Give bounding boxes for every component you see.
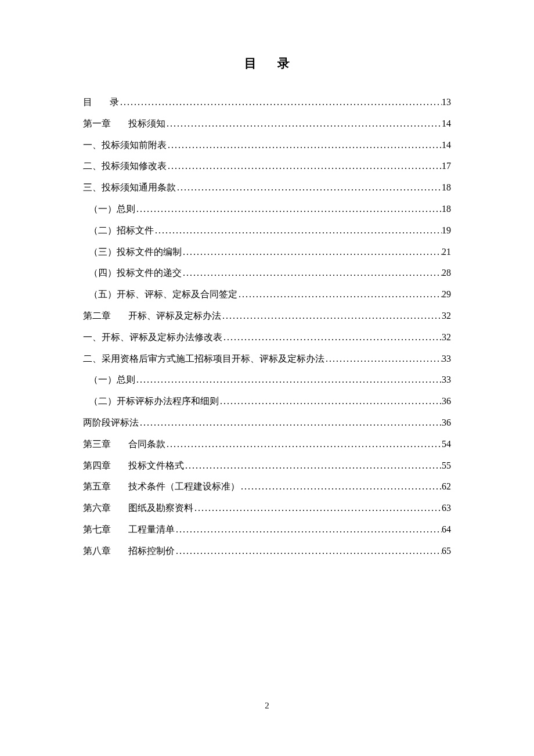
toc-dots: [184, 455, 442, 477]
toc-label-part: 工程量清单: [128, 524, 175, 534]
toc-item-label: 第三章合同条款: [83, 434, 165, 455]
toc-item-label: 三、投标须知通用条款: [83, 177, 176, 199]
toc-item: 一、投标须知前附表14: [83, 135, 451, 156]
toc-item-page: 32: [442, 305, 451, 327]
toc-dots: [167, 135, 442, 156]
toc-label-part: 第四章: [83, 460, 111, 470]
toc-dots: [167, 156, 442, 177]
toc-label-part: （三）投标文件的编制: [89, 247, 182, 257]
toc-item-page: 33: [442, 348, 451, 370]
toc-label-part: 第七章: [83, 524, 111, 534]
toc-item-label: 目录: [83, 92, 119, 113]
toc-label-part: 录: [110, 97, 119, 107]
toc-dots: [240, 476, 442, 498]
toc-title: 目录: [83, 55, 451, 71]
toc-label-part: 二、投标须知修改表: [83, 161, 167, 171]
toc-item-label: （一）总则: [83, 199, 135, 220]
toc-item-label: 第七章工程量清单: [83, 519, 175, 541]
toc-item: 第八章招标控制价65: [83, 541, 451, 562]
toc-item-label: （二）开标评标办法程序和细则: [83, 391, 219, 412]
toc-label-part: 一、开标、评标及定标办法修改表: [83, 332, 222, 342]
toc-dots: [135, 369, 442, 391]
toc-item-label: （一）总则: [83, 369, 135, 391]
toc-item-label: 二、采用资格后审方式施工招标项目开标、评标及定标办法: [83, 348, 324, 370]
toc-label-part: 第三章: [83, 439, 111, 449]
toc-item: （二）开标评标办法程序和细则36: [83, 391, 451, 412]
toc-item: （四）投标文件的递交28: [83, 262, 451, 284]
toc-dots: [193, 498, 442, 519]
toc-item: 二、投标须知修改表17: [83, 156, 451, 177]
page-number: 2: [0, 701, 534, 711]
toc-item-label: 一、开标、评标及定标办法修改表: [83, 327, 222, 348]
toc-label-part: 一、投标须知前附表: [83, 140, 167, 150]
toc-item-label: （三）投标文件的编制: [83, 242, 182, 263]
toc-item-label: 第二章开标、评标及定标办法: [83, 305, 221, 327]
toc-item-label: 第四章投标文件格式: [83, 455, 184, 477]
toc-item: （五）开标、评标、定标及合同签定29: [83, 284, 451, 305]
toc-list: 目录13第一章投标须知14一、投标须知前附表14二、投标须知修改表17三、投标须…: [83, 92, 451, 562]
toc-item-page: 32: [442, 327, 451, 348]
toc-item-page: 36: [442, 391, 451, 412]
toc-label-part: 第二章: [83, 311, 111, 321]
toc-label-part: 第六章: [83, 503, 111, 513]
toc-item: 第六章图纸及勘察资料63: [83, 498, 451, 519]
toc-label-part: 招标控制价: [128, 546, 175, 556]
toc-item-page: 54: [442, 434, 451, 455]
toc-item-page: 29: [442, 284, 451, 305]
toc-label-part: 图纸及勘察资料: [128, 503, 193, 513]
toc-item-page: 36: [442, 412, 451, 434]
toc-label-part: （一）总则: [89, 204, 135, 214]
toc-dots: [135, 199, 442, 220]
toc-dots: [182, 242, 442, 263]
toc-item-label: 第八章招标控制价: [83, 541, 175, 562]
toc-label-part: 开标、评标及定标办法: [128, 311, 221, 321]
toc-dots: [154, 220, 442, 242]
toc-dots: [175, 541, 442, 562]
toc-item-page: 55: [442, 455, 451, 477]
toc-item: 第七章工程量清单64: [83, 519, 451, 541]
toc-item-label: （五）开标、评标、定标及合同签定: [83, 284, 237, 305]
toc-item: 第二章开标、评标及定标办法32: [83, 305, 451, 327]
toc-item: 目录13: [83, 92, 451, 113]
toc-label-part: 第八章: [83, 546, 111, 556]
toc-item-label: （二）招标文件: [83, 220, 154, 242]
toc-item: 第三章合同条款54: [83, 434, 451, 455]
toc-label-part: 投标须知: [128, 118, 165, 128]
toc-item: （二）招标文件19: [83, 220, 451, 242]
toc-item-label: 第六章图纸及勘察资料: [83, 498, 193, 519]
toc-item: （一）总则18: [83, 199, 451, 220]
toc-label-part: （一）总则: [89, 375, 135, 384]
toc-dots: [182, 262, 442, 284]
toc-label-part: 第五章: [83, 481, 111, 491]
toc-item-page: 14: [442, 113, 451, 135]
toc-item: 第一章投标须知14: [83, 113, 451, 135]
toc-dots: [139, 412, 442, 434]
toc-label-part: 两阶段评标法: [83, 417, 139, 427]
toc-label-part: 第一章: [83, 118, 111, 128]
toc-item-page: 65: [442, 541, 451, 562]
toc-item-page: 13: [442, 92, 451, 113]
toc-label-part: 技术条件（工程建设标准）: [128, 481, 240, 491]
toc-item-label: 第一章投标须知: [83, 113, 165, 135]
toc-item: 第五章技术条件（工程建设标准）62: [83, 476, 451, 498]
toc-item-page: 21: [442, 242, 451, 263]
toc-item: （三）投标文件的编制21: [83, 242, 451, 263]
toc-item-page: 33: [442, 369, 451, 391]
toc-item-label: 两阶段评标法: [83, 412, 139, 434]
toc-label-part: （二）开标评标办法程序和细则: [89, 396, 219, 406]
toc-item-page: 62: [442, 476, 451, 498]
toc-label-part: （五）开标、评标、定标及合同签定: [89, 289, 237, 299]
toc-label-part: （四）投标文件的递交: [89, 268, 182, 278]
toc-item-page: 64: [442, 519, 451, 541]
toc-item-label: 一、投标须知前附表: [83, 135, 167, 156]
toc-label-part: 三、投标须知通用条款: [83, 182, 176, 192]
toc-item: 第四章投标文件格式55: [83, 455, 451, 477]
toc-label-part: （二）招标文件: [89, 225, 154, 235]
toc-item-page: 18: [442, 177, 451, 199]
toc-item: （一）总则33: [83, 369, 451, 391]
toc-dots: [219, 391, 442, 412]
toc-item: 两阶段评标法36: [83, 412, 451, 434]
toc-item-page: 18: [442, 199, 451, 220]
toc-item-label: 二、投标须知修改表: [83, 156, 167, 177]
toc-dots: [176, 177, 442, 199]
